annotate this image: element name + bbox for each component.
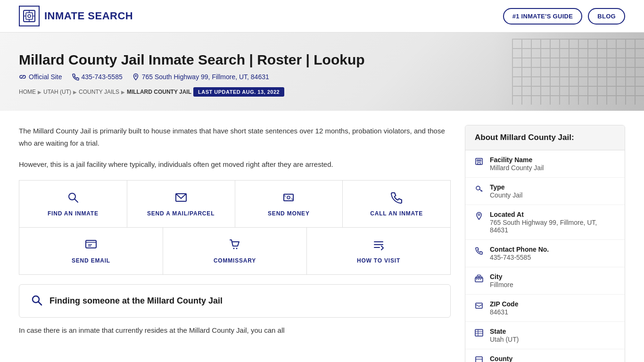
official-site-link[interactable]: Official Site xyxy=(19,73,62,81)
about-county: County Millard County xyxy=(465,349,625,362)
about-state: State Utah (UT) xyxy=(465,322,625,349)
state-icon xyxy=(475,329,483,338)
county-content: County Millard County xyxy=(490,355,532,362)
send-money-cell[interactable]: SEND MONEY xyxy=(235,181,343,227)
logo-box xyxy=(19,6,40,26)
breadcrumb-state[interactable]: UTAH (UT) xyxy=(43,89,71,95)
search-box-title: Finding someone at the Millard County Ja… xyxy=(50,296,223,306)
phone-content: Contact Phone No. 435-743-5585 xyxy=(490,246,549,261)
call-inmate-label: CALL AN INMATE xyxy=(370,210,423,217)
zip-label: ZIP Code xyxy=(490,300,518,308)
action-row-2: SEND EMAIL COMMISSARY xyxy=(19,228,450,274)
state-label: State xyxy=(490,328,519,335)
facility-name-content: Facility Name Millard County Jail xyxy=(490,156,544,172)
about-card-header: About Millard County Jail: xyxy=(465,125,625,150)
city-label: City xyxy=(490,273,513,280)
hero-phone: 435-743-5585 xyxy=(82,73,123,81)
intro-paragraph-2: However, this is a jail facility where t… xyxy=(19,158,451,171)
breadcrumb-sep2: ▶ xyxy=(73,90,77,95)
location-icon-hero xyxy=(132,73,140,81)
commissary-icon xyxy=(228,238,241,253)
about-phone: Contact Phone No. 435-743-5585 xyxy=(465,240,625,267)
svg-line-9 xyxy=(74,199,78,202)
official-site-label: Official Site xyxy=(29,73,62,81)
send-money-icon xyxy=(282,191,295,206)
search-box-icon xyxy=(31,294,43,308)
about-card: About Millard County Jail: Facility Name… xyxy=(465,125,625,362)
location-icon xyxy=(475,212,483,222)
send-email-cell[interactable]: SEND EMAIL xyxy=(19,228,163,274)
search-box[interactable]: Finding someone at the Millard County Ja… xyxy=(19,284,451,318)
hero-building-image xyxy=(512,39,644,105)
find-inmate-cell[interactable]: FIND AN INMATE xyxy=(19,181,127,227)
inmates-guide-button[interactable]: #1 INMATE'S GUIDE xyxy=(503,8,583,25)
left-column: The Millard County Jail is primarily bui… xyxy=(19,125,451,362)
svg-line-25 xyxy=(39,302,42,305)
county-label: County xyxy=(490,355,532,362)
last-updated-badge: LAST UPDATED AUG. 13, 2022 xyxy=(193,87,284,97)
zip-icon xyxy=(475,301,483,311)
phone-label: Contact Phone No. xyxy=(490,246,549,253)
breadcrumb-category[interactable]: COUNTY JAILS xyxy=(79,89,119,95)
svg-rect-11 xyxy=(284,194,293,201)
type-value: County Jail xyxy=(490,191,522,199)
svg-rect-15 xyxy=(86,240,96,248)
send-money-label: SEND MONEY xyxy=(268,210,310,217)
svg-rect-34 xyxy=(478,275,480,277)
link-icon xyxy=(19,73,26,81)
hero-address: 765 South Highway 99, Fillmore, UT, 8463… xyxy=(142,73,269,81)
building-icon xyxy=(475,157,483,167)
find-inmate-icon xyxy=(66,191,80,206)
svg-rect-27 xyxy=(477,160,479,161)
svg-point-7 xyxy=(135,75,136,77)
send-mail-label: SEND A MAIL/PARCEL xyxy=(147,210,215,217)
facility-name-label: Facility Name xyxy=(490,156,544,164)
phone-link[interactable]: 435-743-5585 xyxy=(72,73,123,81)
send-email-icon xyxy=(84,238,98,253)
svg-rect-39 xyxy=(475,329,483,336)
call-inmate-cell[interactable]: CALL AN INMATE xyxy=(343,181,450,227)
hero-banner: Millard County Jail Inmate Search | Rost… xyxy=(0,33,644,111)
blog-button[interactable]: BLOG xyxy=(588,8,625,25)
county-icon xyxy=(475,356,483,362)
right-column: About Millard County Jail: Facility Name… xyxy=(465,125,625,362)
action-row-1: FIND AN INMATE SEND A MAIL/PARCEL xyxy=(19,181,450,228)
svg-rect-38 xyxy=(476,303,482,308)
call-inmate-icon xyxy=(390,191,403,206)
how-to-visit-cell[interactable]: HOW TO VISIT xyxy=(307,228,450,274)
how-to-visit-icon xyxy=(372,238,385,253)
intro-paragraph-1: The Millard County Jail is primarily bui… xyxy=(19,125,451,149)
zip-value: 84631 xyxy=(490,308,518,316)
header-nav: #1 INMATE'S GUIDE BLOG xyxy=(503,8,625,25)
address-item: 765 South Highway 99, Fillmore, UT, 8463… xyxy=(132,73,269,81)
about-facility-name: Facility Name Millard County Jail xyxy=(465,150,625,178)
svg-point-2 xyxy=(28,15,31,17)
logo-area: INMATE SEARCH xyxy=(19,6,133,26)
find-inmate-label: FIND AN INMATE xyxy=(48,210,99,217)
phone-value: 435-743-5585 xyxy=(490,254,549,261)
type-label: Type xyxy=(490,183,522,191)
phone-icon-hero xyxy=(72,73,79,81)
logo-icon xyxy=(23,9,36,23)
send-mail-cell[interactable]: SEND A MAIL/PARCEL xyxy=(127,181,235,227)
commissary-cell[interactable]: COMMISSARY xyxy=(163,228,307,274)
about-zip: ZIP Code 84631 xyxy=(465,295,625,322)
how-to-visit-label: HOW TO VISIT xyxy=(357,257,400,264)
type-content: Type County Jail xyxy=(490,183,522,199)
key-icon xyxy=(475,184,483,194)
svg-point-19 xyxy=(233,247,235,249)
city-value: Fillmore xyxy=(490,281,513,288)
svg-point-31 xyxy=(478,214,480,216)
located-at-label: Located At xyxy=(490,211,615,218)
main-content: The Millard County Jail is primarily bui… xyxy=(0,111,644,362)
svg-rect-1 xyxy=(26,13,33,19)
about-type: Type County Jail xyxy=(465,178,625,205)
breadcrumb-sep1: ▶ xyxy=(38,90,41,95)
about-city: City Fillmore xyxy=(465,267,625,295)
about-located-at: Located At 765 South Highway 99, Fillmor… xyxy=(465,205,625,240)
action-grid: FIND AN INMATE SEND A MAIL/PARCEL xyxy=(19,180,451,275)
svg-rect-26 xyxy=(476,158,482,165)
phone-icon-about xyxy=(475,247,483,256)
breadcrumb-home[interactable]: HOME xyxy=(19,89,36,95)
breadcrumb-sep3: ▶ xyxy=(121,90,125,95)
